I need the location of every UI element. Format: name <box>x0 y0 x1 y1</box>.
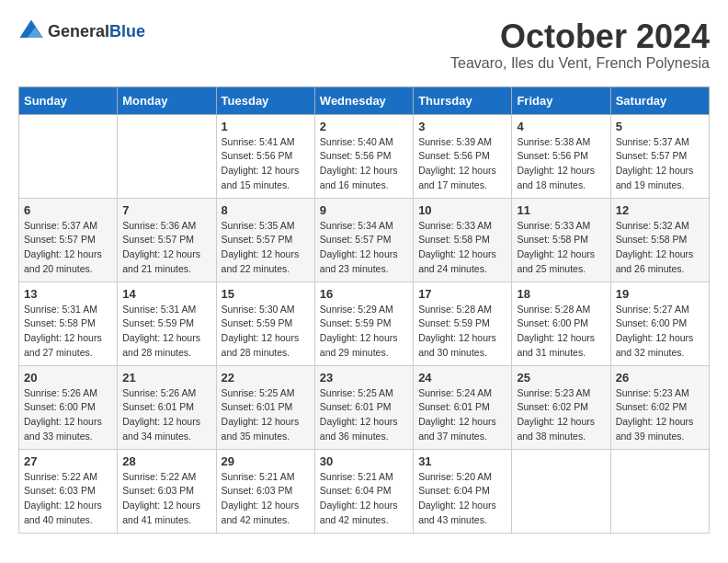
header-sunday: Sunday <box>19 86 118 114</box>
calendar-cell: 28Sunrise: 5:22 AM Sunset: 6:03 PM Dayli… <box>118 449 216 533</box>
day-info: Sunrise: 5:30 AM Sunset: 5:59 PM Dayligh… <box>222 303 310 361</box>
header-friday: Friday <box>512 86 610 114</box>
calendar-cell: 3Sunrise: 5:39 AM Sunset: 5:56 PM Daylig… <box>414 114 512 198</box>
logo-icon <box>18 18 44 44</box>
day-info: Sunrise: 5:38 AM Sunset: 5:56 PM Dayligh… <box>517 135 605 193</box>
day-info: Sunrise: 5:21 AM Sunset: 6:04 PM Dayligh… <box>320 470 408 528</box>
calendar-week-4: 20Sunrise: 5:26 AM Sunset: 6:00 PM Dayli… <box>19 365 710 449</box>
day-number: 19 <box>616 287 704 301</box>
calendar-cell: 29Sunrise: 5:21 AM Sunset: 6:03 PM Dayli… <box>216 449 314 533</box>
day-info: Sunrise: 5:31 AM Sunset: 5:58 PM Dayligh… <box>24 303 112 361</box>
calendar-cell: 15Sunrise: 5:30 AM Sunset: 5:59 PM Dayli… <box>216 282 314 365</box>
day-number: 3 <box>418 120 506 133</box>
calendar-cell: 19Sunrise: 5:27 AM Sunset: 6:00 PM Dayli… <box>610 282 709 365</box>
day-number: 25 <box>517 371 605 385</box>
calendar-cell: 30Sunrise: 5:21 AM Sunset: 6:04 PM Dayli… <box>314 449 413 533</box>
calendar-cell <box>610 449 709 533</box>
day-number: 20 <box>24 371 112 385</box>
day-number: 8 <box>222 203 310 217</box>
calendar-week-5: 27Sunrise: 5:22 AM Sunset: 6:03 PM Dayli… <box>19 449 710 533</box>
header-thursday: Thursday <box>414 86 512 114</box>
day-info: Sunrise: 5:25 AM Sunset: 6:01 PM Dayligh… <box>222 386 310 444</box>
calendar-cell: 26Sunrise: 5:23 AM Sunset: 6:02 PM Dayli… <box>610 365 709 449</box>
day-info: Sunrise: 5:27 AM Sunset: 6:00 PM Dayligh… <box>616 303 704 361</box>
day-info: Sunrise: 5:36 AM Sunset: 5:57 PM Dayligh… <box>122 219 210 277</box>
day-number: 2 <box>320 120 408 133</box>
calendar-cell: 1Sunrise: 5:41 AM Sunset: 5:56 PM Daylig… <box>216 114 314 198</box>
day-number: 4 <box>517 120 605 133</box>
day-info: Sunrise: 5:24 AM Sunset: 6:01 PM Dayligh… <box>418 386 506 444</box>
calendar-cell: 25Sunrise: 5:23 AM Sunset: 6:02 PM Dayli… <box>512 365 610 449</box>
day-number: 1 <box>222 120 310 133</box>
location-title: Teavaro, Iles du Vent, French Polynesia <box>450 55 710 72</box>
day-number: 31 <box>418 454 506 468</box>
calendar-cell: 31Sunrise: 5:20 AM Sunset: 6:04 PM Dayli… <box>414 449 512 533</box>
day-info: Sunrise: 5:40 AM Sunset: 5:56 PM Dayligh… <box>320 135 408 193</box>
calendar-cell: 17Sunrise: 5:28 AM Sunset: 5:59 PM Dayli… <box>414 282 512 365</box>
day-number: 7 <box>122 203 210 217</box>
day-number: 27 <box>24 454 112 468</box>
day-info: Sunrise: 5:28 AM Sunset: 5:59 PM Dayligh… <box>418 303 506 361</box>
page-header: GeneralBlue October 2024 Teavaro, Iles d… <box>18 18 710 72</box>
calendar-header: SundayMondayTuesdayWednesdayThursdayFrid… <box>19 86 710 114</box>
calendar-cell: 27Sunrise: 5:22 AM Sunset: 6:03 PM Dayli… <box>19 449 118 533</box>
month-title: October 2024 <box>450 18 710 55</box>
day-info: Sunrise: 5:21 AM Sunset: 6:03 PM Dayligh… <box>222 470 310 528</box>
day-number: 5 <box>616 120 704 133</box>
day-info: Sunrise: 5:23 AM Sunset: 6:02 PM Dayligh… <box>616 386 704 444</box>
calendar-cell: 13Sunrise: 5:31 AM Sunset: 5:58 PM Dayli… <box>19 282 118 365</box>
day-info: Sunrise: 5:26 AM Sunset: 6:01 PM Dayligh… <box>122 386 210 444</box>
calendar-cell: 6Sunrise: 5:37 AM Sunset: 5:57 PM Daylig… <box>19 198 118 282</box>
day-info: Sunrise: 5:37 AM Sunset: 5:57 PM Dayligh… <box>24 219 112 277</box>
day-info: Sunrise: 5:35 AM Sunset: 5:57 PM Dayligh… <box>222 219 310 277</box>
day-info: Sunrise: 5:28 AM Sunset: 6:00 PM Dayligh… <box>517 303 605 361</box>
calendar-cell: 4Sunrise: 5:38 AM Sunset: 5:56 PM Daylig… <box>512 114 610 198</box>
day-info: Sunrise: 5:25 AM Sunset: 6:01 PM Dayligh… <box>320 386 408 444</box>
calendar-table: SundayMondayTuesdayWednesdayThursdayFrid… <box>18 86 710 534</box>
day-info: Sunrise: 5:33 AM Sunset: 5:58 PM Dayligh… <box>517 219 605 277</box>
day-number: 24 <box>418 371 506 385</box>
calendar-cell: 14Sunrise: 5:31 AM Sunset: 5:59 PM Dayli… <box>118 282 216 365</box>
day-number: 6 <box>24 203 112 217</box>
calendar-cell: 10Sunrise: 5:33 AM Sunset: 5:58 PM Dayli… <box>414 198 512 282</box>
calendar-cell: 11Sunrise: 5:33 AM Sunset: 5:58 PM Dayli… <box>512 198 610 282</box>
calendar-cell: 7Sunrise: 5:36 AM Sunset: 5:57 PM Daylig… <box>118 198 216 282</box>
calendar-week-2: 6Sunrise: 5:37 AM Sunset: 5:57 PM Daylig… <box>19 198 710 282</box>
day-number: 30 <box>320 454 408 468</box>
calendar-cell: 8Sunrise: 5:35 AM Sunset: 5:57 PM Daylig… <box>216 198 314 282</box>
header-saturday: Saturday <box>610 86 709 114</box>
day-number: 10 <box>418 203 506 217</box>
header-tuesday: Tuesday <box>216 86 314 114</box>
logo-blue: Blue <box>109 22 145 40</box>
day-number: 26 <box>616 371 704 385</box>
calendar-cell: 12Sunrise: 5:32 AM Sunset: 5:58 PM Dayli… <box>610 198 709 282</box>
calendar-week-3: 13Sunrise: 5:31 AM Sunset: 5:58 PM Dayli… <box>19 282 710 365</box>
calendar-cell <box>19 114 118 198</box>
day-number: 11 <box>517 203 605 217</box>
day-number: 21 <box>122 371 210 385</box>
calendar-cell: 23Sunrise: 5:25 AM Sunset: 6:01 PM Dayli… <box>314 365 413 449</box>
day-info: Sunrise: 5:23 AM Sunset: 6:02 PM Dayligh… <box>517 386 605 444</box>
calendar-cell: 20Sunrise: 5:26 AM Sunset: 6:00 PM Dayli… <box>19 365 118 449</box>
day-info: Sunrise: 5:31 AM Sunset: 5:59 PM Dayligh… <box>122 303 210 361</box>
logo: GeneralBlue <box>18 18 145 44</box>
day-number: 22 <box>222 371 310 385</box>
day-number: 14 <box>122 287 210 301</box>
calendar-cell: 18Sunrise: 5:28 AM Sunset: 6:00 PM Dayli… <box>512 282 610 365</box>
day-number: 9 <box>320 203 408 217</box>
day-info: Sunrise: 5:20 AM Sunset: 6:04 PM Dayligh… <box>418 470 506 528</box>
header-row: SundayMondayTuesdayWednesdayThursdayFrid… <box>19 86 710 114</box>
calendar-cell: 5Sunrise: 5:37 AM Sunset: 5:57 PM Daylig… <box>610 114 709 198</box>
day-number: 13 <box>24 287 112 301</box>
day-info: Sunrise: 5:26 AM Sunset: 6:00 PM Dayligh… <box>24 386 112 444</box>
calendar-week-1: 1Sunrise: 5:41 AM Sunset: 5:56 PM Daylig… <box>19 114 710 198</box>
day-info: Sunrise: 5:32 AM Sunset: 5:58 PM Dayligh… <box>616 219 704 277</box>
calendar-cell: 9Sunrise: 5:34 AM Sunset: 5:57 PM Daylig… <box>314 198 413 282</box>
logo-general: General <box>48 22 109 40</box>
day-info: Sunrise: 5:41 AM Sunset: 5:56 PM Dayligh… <box>222 135 310 193</box>
calendar-cell <box>118 114 216 198</box>
day-number: 15 <box>222 287 310 301</box>
header-monday: Monday <box>118 86 216 114</box>
calendar-cell: 2Sunrise: 5:40 AM Sunset: 5:56 PM Daylig… <box>314 114 413 198</box>
calendar-cell <box>512 449 610 533</box>
